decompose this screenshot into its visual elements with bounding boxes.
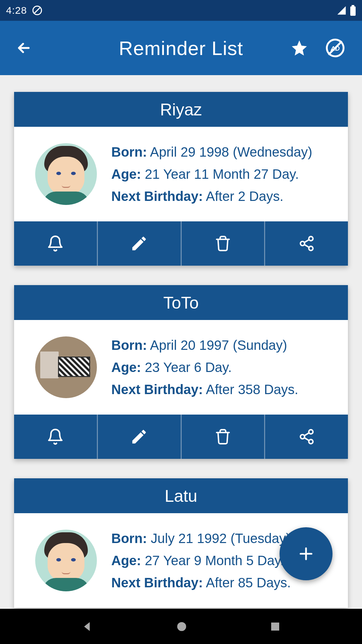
signal-icon: [337, 5, 347, 15]
delete-button[interactable]: [182, 221, 265, 266]
svg-text:AD: AD: [330, 45, 340, 52]
next-label: Next Birthday:: [111, 575, 203, 590]
no-ads-button[interactable]: AD: [325, 38, 345, 58]
born-label: Born:: [111, 531, 147, 546]
svg-point-11: [177, 622, 186, 631]
nav-home-icon[interactable]: [175, 620, 188, 633]
dnd-icon: [32, 5, 43, 16]
nav-back-icon[interactable]: [81, 620, 94, 633]
born-value: April 29 1998 (Wednesday): [150, 145, 312, 159]
avatar: [35, 143, 97, 205]
reminder-info: Born: July 21 1992 (Tuesday) Age: 27 Yea…: [111, 527, 291, 594]
page-title: Reminder List: [119, 37, 243, 59]
next-value: After 358 Days.: [206, 382, 298, 397]
battery-icon: [350, 5, 356, 16]
reminder-info: Born: April 29 1998 (Wednesday) Age: 21 …: [111, 141, 312, 207]
back-button[interactable]: [15, 40, 32, 56]
add-reminder-button[interactable]: [280, 527, 333, 580]
status-bar: 4:28: [0, 0, 362, 21]
edit-button[interactable]: [98, 415, 182, 459]
svg-rect-1: [350, 6, 356, 16]
age-label: Age:: [111, 360, 141, 375]
svg-rect-2: [352, 5, 354, 6]
delete-button[interactable]: [182, 415, 265, 459]
reminder-info: Born: April 20 1997 (Sunday) Age: 23 Yea…: [111, 334, 298, 400]
next-label: Next Birthday:: [111, 189, 203, 204]
nav-recent-icon[interactable]: [269, 621, 281, 633]
share-button[interactable]: [265, 415, 348, 459]
age-value: 21 Year 11 Month 27 Day.: [145, 167, 299, 181]
age-value: 23 Year 6 Day.: [145, 360, 232, 375]
status-time: 4:28: [6, 5, 27, 16]
age-value: 27 Year 9 Month 5 Day.: [145, 553, 284, 568]
born-value: April 20 1997 (Sunday): [150, 338, 287, 353]
notify-button[interactable]: [14, 415, 98, 459]
next-value: After 85 Days.: [206, 575, 291, 590]
avatar: [35, 530, 97, 591]
age-label: Age:: [111, 553, 141, 568]
favorite-button[interactable]: [290, 39, 308, 57]
svg-rect-12: [271, 623, 279, 631]
notify-button[interactable]: [14, 221, 98, 266]
next-label: Next Birthday:: [111, 382, 203, 397]
edit-button[interactable]: [98, 221, 182, 266]
reminder-card: ToTo Born: April 20 1997 (Sunday) Age: 2…: [14, 285, 348, 459]
reminder-name: Latu: [14, 478, 348, 515]
reminder-name: Riyaz: [14, 92, 348, 128]
reminder-name: ToTo: [14, 285, 348, 321]
next-value: After 2 Days.: [206, 189, 283, 204]
age-label: Age:: [111, 167, 141, 181]
avatar: [35, 336, 97, 398]
born-value: July 21 1992 (Tuesday): [151, 531, 291, 546]
born-label: Born:: [111, 338, 147, 353]
share-button[interactable]: [265, 221, 348, 266]
system-nav-bar: [0, 609, 362, 644]
app-bar: Reminder List AD: [0, 21, 362, 75]
reminder-card: Riyaz Born: April 29 1998 (Wednesday) Ag…: [14, 92, 348, 266]
born-label: Born:: [111, 145, 147, 159]
